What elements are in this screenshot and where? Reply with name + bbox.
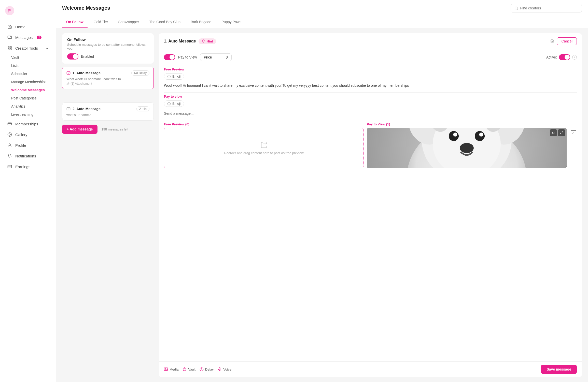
enabled-toggle[interactable] <box>67 53 78 60</box>
media-section: Free Preview (0) Reorder and drag conten… <box>164 121 577 168</box>
tab-gold-tier[interactable]: Gold Tier <box>90 16 112 28</box>
search-bar[interactable] <box>511 4 582 12</box>
sidebar-item-notifications-label: Notifications <box>15 154 36 158</box>
message-card-1-title: 1. Auto Message <box>66 71 101 75</box>
earnings-icon <box>7 164 12 169</box>
footer-actions: Media Vault Delay Voice <box>164 367 231 371</box>
free-preview-label: Free Preview <box>164 67 577 71</box>
delay-button[interactable]: Delay <box>200 367 214 371</box>
price-field[interactable] <box>215 55 228 59</box>
add-message-button[interactable]: + Add message <box>62 125 97 134</box>
free-preview-emoji-button[interactable]: Emoji <box>164 73 184 80</box>
page-header: Welcome Messages <box>56 0 588 16</box>
vault-icon <box>183 367 187 371</box>
message-card-2[interactable]: 2. Auto Message 2 min what's ur name? <box>62 102 154 121</box>
expand-image-button[interactable] <box>558 129 565 136</box>
sidebar-sub-scheduler[interactable]: Scheduler <box>0 70 56 78</box>
scroll-top-button[interactable] <box>570 129 577 136</box>
message-text: Woof woof! Hi hooman! I can't wait to sh… <box>164 83 577 88</box>
trash-icon <box>550 39 554 43</box>
svg-text:P: P <box>7 8 11 13</box>
search-input[interactable] <box>520 6 578 10</box>
media-button[interactable]: Media <box>164 367 178 371</box>
svg-point-32 <box>453 133 457 137</box>
active-label: Active: <box>546 55 557 59</box>
sidebar-sub-lists[interactable]: Lists <box>0 62 56 70</box>
message-card-2-badge: 2 min <box>136 106 149 111</box>
sidebar-item-creator-tools[interactable]: Creator Tools ▲ <box>2 43 54 53</box>
sidebar-sub-analytics[interactable]: Analytics <box>0 102 56 110</box>
voice-icon <box>218 367 222 371</box>
sidebar-item-earnings-label: Earnings <box>15 165 30 169</box>
sidebar-sub-vault[interactable]: Vault <box>0 53 56 62</box>
right-panel-footer: Media Vault Delay Voice <box>159 361 582 377</box>
sidebar-item-messages[interactable]: Messages 2 <box>2 32 54 42</box>
pay-to-view-emoji-button[interactable]: Emoji <box>164 100 184 107</box>
message-card-1-attach: (1) Attachement <box>66 82 149 85</box>
sidebar-sub-manage-memberships[interactable]: Manage Memberships <box>0 78 56 86</box>
tabs-bar: On Follow Gold Tier Showstopper The Good… <box>56 16 588 28</box>
app-logo: P <box>0 4 56 21</box>
svg-point-42 <box>165 369 166 369</box>
sidebar-sub-livestreaming[interactable]: Livestreaming <box>0 110 56 119</box>
sidebar-item-home[interactable]: Home <box>2 22 54 32</box>
svg-point-12 <box>515 7 517 9</box>
sidebar-item-profile[interactable]: Profile <box>2 140 54 150</box>
creator-tools-chevron: ▲ <box>46 46 49 50</box>
tab-puppy-paws[interactable]: Puppy Paws <box>217 16 245 28</box>
sidebar-item-memberships[interactable]: Memberships <box>2 119 54 129</box>
pay-to-view-label: Pay to View <box>178 55 197 59</box>
tab-showstopper[interactable]: Showstopper <box>114 16 143 28</box>
voice-button[interactable]: Voice <box>218 367 231 371</box>
message-icon-2 <box>66 107 71 111</box>
delete-image-button[interactable] <box>550 129 557 136</box>
emoji-icon-1 <box>167 75 171 78</box>
cancel-button[interactable]: Cancel <box>557 37 577 45</box>
gallery-icon <box>7 132 12 137</box>
tab-good-boy-club[interactable]: The Good Boy Club <box>145 16 185 28</box>
pay-to-view-area: Pay to View (1) <box>367 121 567 168</box>
free-preview-dropzone[interactable]: Reorder and drag content here to post as… <box>164 128 364 168</box>
add-row: + Add message 198 messages left <box>62 125 154 134</box>
active-toggle[interactable] <box>559 54 570 60</box>
notifications-icon <box>7 153 12 158</box>
sidebar-sub-welcome-messages[interactable]: Welcome Messages <box>0 86 56 94</box>
sidebar-sub-post-categories[interactable]: Post Categories <box>0 94 56 102</box>
tab-bark-brigade[interactable]: Bark Brigade <box>187 16 215 28</box>
vault-button[interactable]: Vault <box>183 367 195 371</box>
free-preview-drag-text: Reorder and drag content here to post as… <box>224 151 303 155</box>
sidebar-item-earnings[interactable]: Earnings <box>2 161 54 172</box>
messages-icon <box>7 35 12 40</box>
message-card-1-badge: No Delay <box>131 70 149 76</box>
messages-badge: 2 <box>37 36 41 39</box>
on-follow-title: On Follow <box>67 37 149 42</box>
svg-line-39 <box>562 132 563 133</box>
svg-rect-5 <box>8 49 9 50</box>
delete-button[interactable] <box>550 39 554 43</box>
tab-on-follow[interactable]: On Follow <box>62 16 88 28</box>
svg-point-10 <box>9 144 10 145</box>
svg-rect-11 <box>8 165 12 168</box>
arrow-up-icon <box>571 131 575 135</box>
pay-to-view-section-label: Pay to view <box>164 95 577 98</box>
bulb-icon <box>202 39 205 43</box>
sidebar-item-creator-tools-label: Creator Tools <box>15 46 38 50</box>
send-message-input[interactable] <box>164 110 577 117</box>
message-card-2-preview: what's ur name? <box>66 113 149 117</box>
info-icon[interactable]: i <box>572 55 577 60</box>
header-actions: Cancel <box>550 37 577 45</box>
on-follow-desc: Schedule messages to be sent after someo… <box>67 43 149 50</box>
message-card-2-title: 2. Auto Message <box>66 107 101 111</box>
sidebar-item-home-label: Home <box>15 25 25 29</box>
sidebar-item-notifications[interactable]: Notifications <box>2 151 54 161</box>
svg-point-8 <box>8 133 12 137</box>
message-text-underline2: veryyyy <box>299 83 311 87</box>
svg-rect-4 <box>10 46 11 48</box>
right-panel: 1. Auto Message Hint Cancel <box>159 33 582 377</box>
sidebar-item-gallery[interactable]: Gallery <box>2 129 54 140</box>
message-card-1[interactable]: 1. Auto Message No Delay Woof woof! Hi h… <box>62 67 154 89</box>
save-message-button[interactable]: Save message <box>541 365 577 374</box>
free-preview-media-label: Free Preview (0) <box>164 122 364 126</box>
memberships-icon <box>7 121 12 126</box>
pay-to-view-toggle[interactable] <box>164 54 175 60</box>
